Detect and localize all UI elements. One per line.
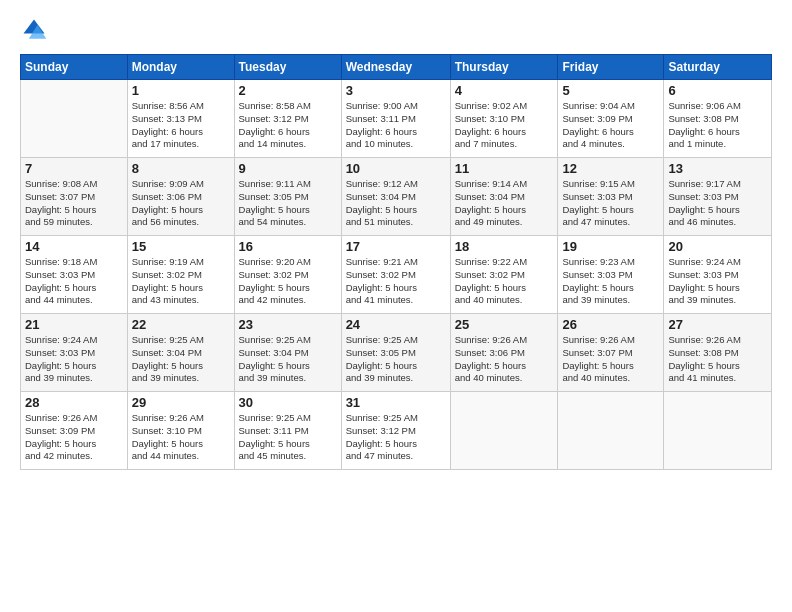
day-info: Sunrise: 9:14 AM Sunset: 3:04 PM Dayligh… [455,178,554,229]
day-number: 22 [132,317,230,332]
day-info: Sunrise: 9:26 AM Sunset: 3:08 PM Dayligh… [668,334,767,385]
calendar-cell [664,392,772,470]
calendar-cell: 15Sunrise: 9:19 AM Sunset: 3:02 PM Dayli… [127,236,234,314]
day-info: Sunrise: 9:26 AM Sunset: 3:10 PM Dayligh… [132,412,230,463]
calendar-cell: 10Sunrise: 9:12 AM Sunset: 3:04 PM Dayli… [341,158,450,236]
day-info: Sunrise: 9:22 AM Sunset: 3:02 PM Dayligh… [455,256,554,307]
day-number: 15 [132,239,230,254]
weekday-header-row: SundayMondayTuesdayWednesdayThursdayFrid… [21,55,772,80]
day-number: 24 [346,317,446,332]
day-number: 13 [668,161,767,176]
day-number: 5 [562,83,659,98]
calendar-cell: 21Sunrise: 9:24 AM Sunset: 3:03 PM Dayli… [21,314,128,392]
day-info: Sunrise: 9:19 AM Sunset: 3:02 PM Dayligh… [132,256,230,307]
day-info: Sunrise: 9:23 AM Sunset: 3:03 PM Dayligh… [562,256,659,307]
calendar-week-4: 21Sunrise: 9:24 AM Sunset: 3:03 PM Dayli… [21,314,772,392]
calendar-cell: 11Sunrise: 9:14 AM Sunset: 3:04 PM Dayli… [450,158,558,236]
calendar-cell: 4Sunrise: 9:02 AM Sunset: 3:10 PM Daylig… [450,80,558,158]
day-info: Sunrise: 9:26 AM Sunset: 3:06 PM Dayligh… [455,334,554,385]
day-info: Sunrise: 9:25 AM Sunset: 3:04 PM Dayligh… [132,334,230,385]
weekday-header-tuesday: Tuesday [234,55,341,80]
calendar-cell: 24Sunrise: 9:25 AM Sunset: 3:05 PM Dayli… [341,314,450,392]
day-info: Sunrise: 9:20 AM Sunset: 3:02 PM Dayligh… [239,256,337,307]
day-info: Sunrise: 9:26 AM Sunset: 3:09 PM Dayligh… [25,412,123,463]
calendar-cell: 18Sunrise: 9:22 AM Sunset: 3:02 PM Dayli… [450,236,558,314]
day-number: 27 [668,317,767,332]
day-info: Sunrise: 9:18 AM Sunset: 3:03 PM Dayligh… [25,256,123,307]
day-info: Sunrise: 9:25 AM Sunset: 3:04 PM Dayligh… [239,334,337,385]
day-number: 31 [346,395,446,410]
header [20,16,772,44]
day-info: Sunrise: 9:25 AM Sunset: 3:12 PM Dayligh… [346,412,446,463]
day-number: 30 [239,395,337,410]
calendar-cell: 6Sunrise: 9:06 AM Sunset: 3:08 PM Daylig… [664,80,772,158]
day-info: Sunrise: 9:00 AM Sunset: 3:11 PM Dayligh… [346,100,446,151]
calendar-cell: 3Sunrise: 9:00 AM Sunset: 3:11 PM Daylig… [341,80,450,158]
calendar-cell: 7Sunrise: 9:08 AM Sunset: 3:07 PM Daylig… [21,158,128,236]
day-info: Sunrise: 9:26 AM Sunset: 3:07 PM Dayligh… [562,334,659,385]
calendar-cell: 16Sunrise: 9:20 AM Sunset: 3:02 PM Dayli… [234,236,341,314]
day-number: 17 [346,239,446,254]
day-info: Sunrise: 9:25 AM Sunset: 3:11 PM Dayligh… [239,412,337,463]
day-info: Sunrise: 9:21 AM Sunset: 3:02 PM Dayligh… [346,256,446,307]
day-number: 28 [25,395,123,410]
calendar-cell: 19Sunrise: 9:23 AM Sunset: 3:03 PM Dayli… [558,236,664,314]
calendar-cell: 12Sunrise: 9:15 AM Sunset: 3:03 PM Dayli… [558,158,664,236]
day-info: Sunrise: 9:11 AM Sunset: 3:05 PM Dayligh… [239,178,337,229]
day-info: Sunrise: 9:08 AM Sunset: 3:07 PM Dayligh… [25,178,123,229]
calendar-cell: 28Sunrise: 9:26 AM Sunset: 3:09 PM Dayli… [21,392,128,470]
calendar-cell: 30Sunrise: 9:25 AM Sunset: 3:11 PM Dayli… [234,392,341,470]
calendar-cell [21,80,128,158]
calendar-cell: 31Sunrise: 9:25 AM Sunset: 3:12 PM Dayli… [341,392,450,470]
calendar-cell: 22Sunrise: 9:25 AM Sunset: 3:04 PM Dayli… [127,314,234,392]
day-number: 16 [239,239,337,254]
day-info: Sunrise: 9:24 AM Sunset: 3:03 PM Dayligh… [668,256,767,307]
day-number: 11 [455,161,554,176]
calendar-cell: 29Sunrise: 9:26 AM Sunset: 3:10 PM Dayli… [127,392,234,470]
day-number: 25 [455,317,554,332]
day-info: Sunrise: 9:09 AM Sunset: 3:06 PM Dayligh… [132,178,230,229]
day-number: 19 [562,239,659,254]
calendar-week-2: 7Sunrise: 9:08 AM Sunset: 3:07 PM Daylig… [21,158,772,236]
calendar-cell: 25Sunrise: 9:26 AM Sunset: 3:06 PM Dayli… [450,314,558,392]
day-number: 8 [132,161,230,176]
calendar-cell [450,392,558,470]
day-info: Sunrise: 9:25 AM Sunset: 3:05 PM Dayligh… [346,334,446,385]
day-number: 21 [25,317,123,332]
weekday-header-wednesday: Wednesday [341,55,450,80]
calendar-cell: 23Sunrise: 9:25 AM Sunset: 3:04 PM Dayli… [234,314,341,392]
day-number: 1 [132,83,230,98]
page: SundayMondayTuesdayWednesdayThursdayFrid… [0,0,792,612]
calendar-cell: 9Sunrise: 9:11 AM Sunset: 3:05 PM Daylig… [234,158,341,236]
weekday-header-thursday: Thursday [450,55,558,80]
calendar-week-5: 28Sunrise: 9:26 AM Sunset: 3:09 PM Dayli… [21,392,772,470]
day-info: Sunrise: 8:58 AM Sunset: 3:12 PM Dayligh… [239,100,337,151]
day-number: 9 [239,161,337,176]
day-number: 26 [562,317,659,332]
day-info: Sunrise: 9:15 AM Sunset: 3:03 PM Dayligh… [562,178,659,229]
day-info: Sunrise: 9:12 AM Sunset: 3:04 PM Dayligh… [346,178,446,229]
calendar-cell: 5Sunrise: 9:04 AM Sunset: 3:09 PM Daylig… [558,80,664,158]
calendar-week-1: 1Sunrise: 8:56 AM Sunset: 3:13 PM Daylig… [21,80,772,158]
calendar-cell: 8Sunrise: 9:09 AM Sunset: 3:06 PM Daylig… [127,158,234,236]
calendar-cell: 1Sunrise: 8:56 AM Sunset: 3:13 PM Daylig… [127,80,234,158]
calendar-cell: 2Sunrise: 8:58 AM Sunset: 3:12 PM Daylig… [234,80,341,158]
day-info: Sunrise: 9:06 AM Sunset: 3:08 PM Dayligh… [668,100,767,151]
calendar-week-3: 14Sunrise: 9:18 AM Sunset: 3:03 PM Dayli… [21,236,772,314]
day-number: 23 [239,317,337,332]
day-number: 2 [239,83,337,98]
weekday-header-monday: Monday [127,55,234,80]
calendar-cell [558,392,664,470]
weekday-header-sunday: Sunday [21,55,128,80]
day-number: 18 [455,239,554,254]
day-number: 7 [25,161,123,176]
calendar-cell: 20Sunrise: 9:24 AM Sunset: 3:03 PM Dayli… [664,236,772,314]
day-info: Sunrise: 9:24 AM Sunset: 3:03 PM Dayligh… [25,334,123,385]
day-number: 6 [668,83,767,98]
calendar-cell: 26Sunrise: 9:26 AM Sunset: 3:07 PM Dayli… [558,314,664,392]
day-number: 29 [132,395,230,410]
day-number: 10 [346,161,446,176]
day-number: 12 [562,161,659,176]
day-info: Sunrise: 9:02 AM Sunset: 3:10 PM Dayligh… [455,100,554,151]
calendar-cell: 14Sunrise: 9:18 AM Sunset: 3:03 PM Dayli… [21,236,128,314]
